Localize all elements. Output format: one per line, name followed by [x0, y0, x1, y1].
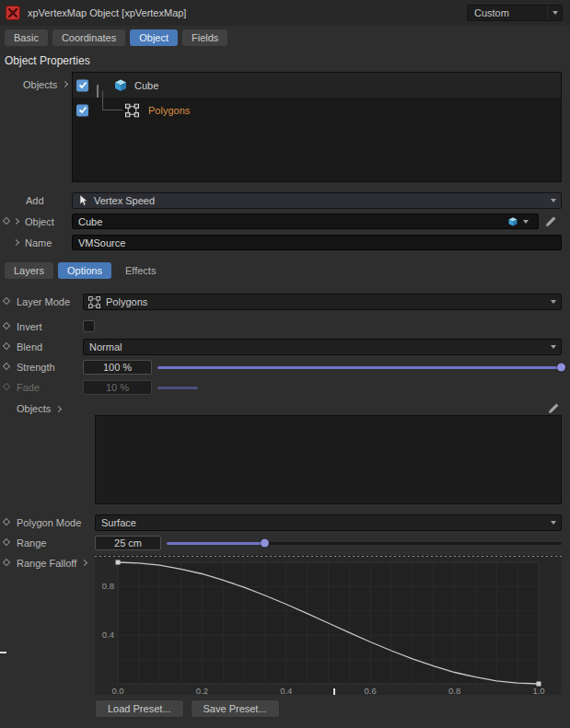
titlebar: xpVertexMap Object [xpVertexMap] Custom [0, 0, 570, 26]
keyframe-diamond-icon[interactable] [3, 538, 10, 546]
fade-value: 10 % [106, 382, 129, 393]
strength-value-field[interactable]: 100 % [83, 360, 152, 375]
polygon-mode-dropdown[interactable]: Surface [95, 514, 562, 531]
cursor-icon [78, 194, 88, 206]
strength-row: Strength 100 % [0, 360, 562, 375]
tab-options[interactable]: Options [58, 262, 111, 279]
blend-dropdown[interactable]: Normal [83, 339, 562, 355]
polygons-icon [125, 103, 139, 117]
fade-label: Fade [17, 382, 40, 393]
tree-item-label: Cube [134, 80, 158, 91]
svg-text:0.0: 0.0 [111, 686, 123, 695]
range-value-field[interactable]: 25 cm [95, 536, 161, 550]
add-map-dropdown[interactable]: Vertex Speed [72, 192, 562, 209]
layer-mode-value: Polygons [100, 296, 551, 307]
chevron-down-icon[interactable] [523, 220, 529, 224]
keyframe-diamond-icon[interactable] [3, 342, 10, 350]
svg-text:0.6: 0.6 [365, 686, 377, 695]
chevron-down-icon [551, 521, 556, 525]
keyframe-diamond-icon [3, 383, 10, 390]
load-preset-button[interactable]: Load Preset... [95, 699, 184, 718]
polygon-mode-value: Surface [96, 517, 551, 528]
svg-text:0.2: 0.2 [196, 686, 208, 695]
svg-text:0.8: 0.8 [448, 686, 460, 695]
keyframe-diamond-icon[interactable] [3, 297, 10, 305]
check-icon [78, 81, 87, 90]
invert-checkbox[interactable] [83, 320, 95, 332]
blend-value: Normal [84, 341, 551, 352]
slider-track[interactable] [167, 542, 562, 545]
object-label: Object [25, 216, 54, 227]
cube-enabled-checkbox[interactable] [76, 79, 88, 91]
keyframe-diamond-icon[interactable] [3, 216, 10, 224]
sub-tab-bar: Layers Options Effects [0, 262, 570, 279]
invert-label: Invert [17, 321, 42, 332]
tree-item-polygons[interactable]: Polygons [73, 98, 561, 122]
panel-edge-mark [0, 652, 6, 653]
range-value: 25 cm [114, 537, 142, 549]
fade-slider [157, 380, 562, 395]
cube-icon [507, 216, 518, 227]
svg-text:0.4: 0.4 [102, 630, 114, 640]
objects-include-expand-icon[interactable] [55, 405, 62, 411]
edit-pencil-icon[interactable] [547, 402, 560, 415]
polygon-mode-label: Polygon Mode [17, 517, 81, 528]
slider-handle[interactable] [261, 539, 269, 548]
polygons-icon [88, 296, 100, 308]
name-expand-icon[interactable] [13, 239, 19, 246]
xparticles-logo-icon [6, 6, 20, 20]
svg-text:0.8: 0.8 [102, 581, 114, 591]
name-input[interactable]: VMSource [72, 235, 562, 250]
edit-pencil-icon[interactable] [544, 215, 557, 228]
section-heading: Object Properties [0, 50, 570, 70]
objects-include-label: Objects [17, 403, 51, 414]
object-expand-icon[interactable] [13, 218, 19, 225]
preset-dropdown-value: Custom [468, 7, 547, 18]
preset-dropdown-arrow[interactable] [547, 6, 562, 20]
fade-row: Fade 10 % [0, 380, 562, 395]
tab-object[interactable]: Object [130, 29, 178, 46]
object-link-field[interactable]: Cube [72, 214, 539, 229]
objects-include-list[interactable] [95, 415, 562, 504]
chevron-down-icon [551, 199, 556, 202]
slider-track[interactable] [157, 366, 562, 369]
name-row: Name VMSource [0, 235, 562, 250]
tree-expander-icon[interactable] [97, 85, 99, 98]
add-label: Add [26, 195, 44, 206]
slider-fill [167, 542, 265, 545]
fade-value-field: 10 % [83, 380, 152, 395]
range-slider[interactable] [167, 536, 562, 550]
preset-dropdown[interactable]: Custom [467, 5, 563, 21]
invert-row: Invert [0, 320, 562, 332]
keyframe-diamond-icon[interactable] [3, 559, 10, 566]
tab-layers[interactable]: Layers [5, 262, 53, 279]
slider-handle[interactable] [557, 364, 565, 372]
save-preset-button[interactable]: Save Preset... [191, 699, 280, 718]
tab-effects[interactable]: Effects [116, 262, 165, 279]
objects-expand-icon[interactable] [62, 81, 68, 87]
keyframe-diamond-icon[interactable] [3, 518, 10, 526]
keyframe-diamond-icon[interactable] [3, 363, 10, 370]
objects-tree-list[interactable]: Cube Polygons [72, 72, 562, 182]
chevron-down-icon [551, 300, 556, 304]
slider-fill [157, 387, 198, 389]
tab-fields[interactable]: Fields [182, 29, 227, 46]
tab-coordinates[interactable]: Coordinates [52, 29, 125, 46]
main-tab-bar: Basic Coordinates Object Fields [0, 26, 570, 50]
keyframe-diamond-icon[interactable] [3, 321, 10, 329]
name-label: Name [25, 237, 52, 248]
range-label: Range [17, 537, 46, 549]
tree-connector-line [102, 91, 122, 110]
range-falloff-expand-icon[interactable] [81, 560, 87, 566]
chevron-down-icon [551, 345, 556, 349]
strength-slider[interactable] [157, 360, 562, 375]
add-map-value: Vertex Speed [88, 195, 551, 206]
strength-value: 100 % [103, 362, 132, 373]
preset-button-row: Load Preset... Save Preset... [95, 699, 570, 718]
tree-item-cube[interactable]: Cube [73, 73, 561, 98]
name-value: VMSource [78, 237, 125, 248]
tab-basic[interactable]: Basic [5, 29, 48, 46]
layer-mode-dropdown[interactable]: Polygons [83, 294, 562, 310]
falloff-curve-editor[interactable]: 0.00.20.40.60.81.00.80.4 [95, 555, 562, 695]
polygons-enabled-checkbox[interactable] [76, 104, 88, 116]
